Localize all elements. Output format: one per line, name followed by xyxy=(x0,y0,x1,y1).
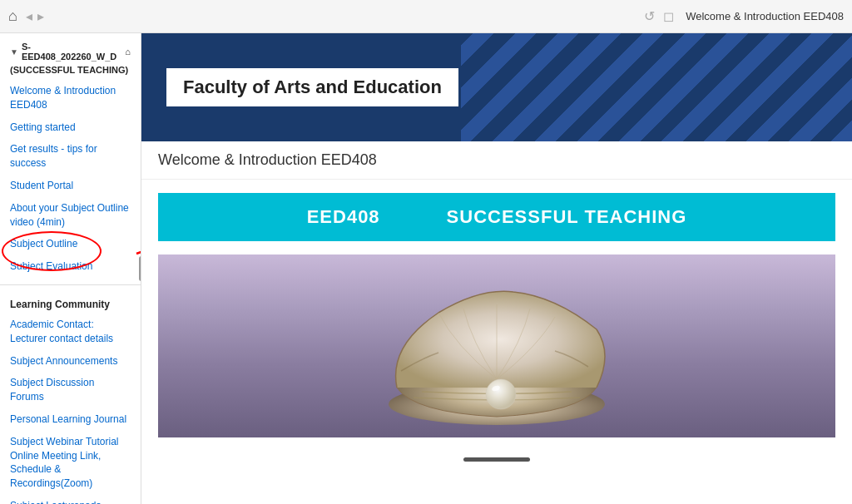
sidebar-item-academic-contact[interactable]: Academic Contact: Lecturer contact detai… xyxy=(0,314,141,350)
page-title-bar: Welcome & Introduction EED408 xyxy=(141,141,852,180)
top-bar-actions: ↺ ◻ xyxy=(644,8,674,24)
sidebar-item-discussion-forums[interactable]: Subject Discussion Forums xyxy=(0,372,141,408)
nav-buttons: ◂ ▸ xyxy=(26,8,44,24)
banner-background xyxy=(461,33,852,141)
sidebar-item-subject-outline[interactable]: Subject Outline xyxy=(0,233,141,255)
window-title: Welcome & Introduction EED408 xyxy=(686,10,844,22)
refresh-icon[interactable]: ↺ xyxy=(644,8,655,24)
course-full-name: SUCCESSFUL TEACHING xyxy=(447,206,687,228)
home-icon-small: ⌂ xyxy=(125,47,131,57)
course-header: ▼ S-EED408_202260_W_D ⌂ xyxy=(0,33,141,65)
sidebar-top-items: Welcome & Introduction EED408 Getting st… xyxy=(0,80,141,233)
learning-community-label: Learning Community xyxy=(0,292,141,314)
back-button[interactable]: ◂ xyxy=(26,8,32,24)
collapse-arrow[interactable]: ▼ xyxy=(10,47,18,57)
sidebar-item-get-results[interactable]: Get results - tips for success xyxy=(0,138,141,175)
scroll-indicator xyxy=(141,451,852,468)
course-id: S-EED408_202260_W_D xyxy=(22,42,121,62)
faculty-title: Faculty of Arts and Education xyxy=(183,77,442,98)
subject-outline-wrapper: Subject Outline Subject Evaluation xyxy=(0,233,141,278)
diagonal-pattern xyxy=(461,33,852,141)
course-name-label: (SUCCESSFUL TEACHING) xyxy=(0,65,141,80)
sidebar-item-lecturepods[interactable]: Subject Lecturepods (Minilecture podcast… xyxy=(0,495,141,504)
sidebar-item-getting-started[interactable]: Getting started xyxy=(0,116,141,139)
forward-button[interactable]: ▸ xyxy=(37,8,44,24)
course-banner: EED408 SUCCESSFUL TEACHING xyxy=(158,193,835,241)
page-title: Welcome & Introduction EED408 xyxy=(158,151,835,169)
content-area: Faculty of Arts and Education Welcome & … xyxy=(141,33,852,504)
shell-pearl-svg xyxy=(372,263,622,429)
sidebar-divider-1 xyxy=(0,284,141,285)
home-button[interactable]: ⌂ xyxy=(8,7,17,25)
sidebar: ▼ S-EED408_202260_W_D ⌂ (SUCCESSFUL TEAC… xyxy=(0,33,141,504)
sidebar-item-announcements[interactable]: Subject Announcements xyxy=(0,350,141,373)
sidebar-item-webinar[interactable]: Subject Webinar Tutorial Online Meeting … xyxy=(0,431,141,495)
bookmark-icon[interactable]: ◻ xyxy=(663,8,674,24)
sidebar-item-student-portal[interactable]: Student Portal xyxy=(0,175,141,197)
shell-image-container xyxy=(158,254,835,437)
sidebar-item-subject-evaluation[interactable]: Subject Evaluation xyxy=(0,255,141,278)
sidebar-item-welcome[interactable]: Welcome & Introduction EED408 xyxy=(0,80,141,116)
sidebar-learning-items: Academic Contact: Lecturer contact detai… xyxy=(0,314,141,504)
sidebar-item-subject-outline-video[interactable]: About your Subject Outline video (4min) xyxy=(0,197,141,234)
faculty-title-box: Faculty of Arts and Education xyxy=(166,68,458,106)
svg-point-1 xyxy=(486,379,516,409)
header-banner: Faculty of Arts and Education xyxy=(141,33,852,141)
top-bar: ⌂ ◂ ▸ ↺ ◻ Welcome & Introduction EED408 xyxy=(0,0,852,33)
main-layout: ▼ S-EED408_202260_W_D ⌂ (SUCCESSFUL TEAC… xyxy=(0,33,852,504)
sidebar-item-personal-journal[interactable]: Personal Learning Journal xyxy=(0,408,141,431)
course-code: EED408 xyxy=(307,206,380,228)
scroll-bar xyxy=(463,457,530,462)
sidebar-collapse-button[interactable]: ‹ xyxy=(139,256,141,281)
